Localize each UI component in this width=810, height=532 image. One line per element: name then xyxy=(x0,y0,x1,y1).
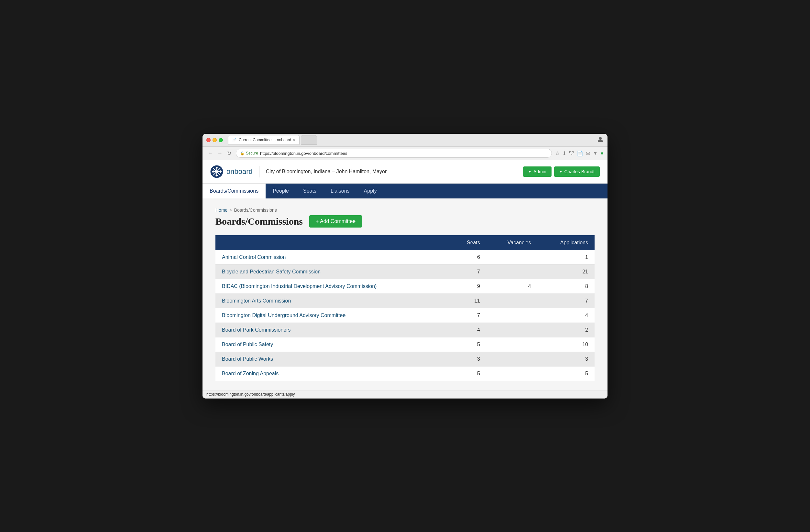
extension-icon-2[interactable]: 🛡 xyxy=(569,150,574,156)
star-icon[interactable]: ☆ xyxy=(555,150,560,156)
forward-button[interactable]: → xyxy=(216,150,224,157)
applications-cell: 1 xyxy=(537,250,595,265)
url-bar[interactable]: 🔒 Secure https://bloomington.in.gov/onbo… xyxy=(236,149,552,158)
site-nav: Boards/Commissions People Seats Liaisons… xyxy=(202,184,608,198)
seats-cell: 9 xyxy=(450,279,487,294)
status-bar: https://bloomington.in.gov/onboard/appli… xyxy=(202,390,608,399)
table-row[interactable]: Bicycle and Pedestrian Safety Commission… xyxy=(215,264,595,279)
seats-cell: 6 xyxy=(450,250,487,265)
tab-page-icon: 📄 xyxy=(232,138,237,142)
committee-name-cell: Board of Park Commissioners xyxy=(215,322,450,337)
extension-icon-6[interactable]: ● xyxy=(600,150,604,156)
committee-name-cell: Bloomington Digital Underground Advisory… xyxy=(215,308,450,322)
user-name-label: Charles Brandt xyxy=(565,169,595,174)
nav-people-label: People xyxy=(273,188,289,194)
table-row[interactable]: Board of Zoning Appeals55 xyxy=(215,366,595,381)
breadcrumb-home[interactable]: Home xyxy=(215,207,227,213)
nav-liaisons-label: Liaisons xyxy=(330,188,350,194)
traffic-lights xyxy=(206,138,223,142)
page-content: Home > Boards/Commissions Boards/Commiss… xyxy=(202,198,608,390)
committee-name-cell: Board of Public Works xyxy=(215,352,450,366)
nav-apply[interactable]: Apply xyxy=(357,184,384,198)
table-row[interactable]: Bloomington Arts Commission117 xyxy=(215,294,595,308)
back-button[interactable]: ← xyxy=(206,150,214,157)
table-row[interactable]: Board of Public Safety510 xyxy=(215,337,595,352)
applications-cell: 21 xyxy=(537,264,595,279)
vacancies-cell xyxy=(487,264,537,279)
extension-icon-1[interactable]: ⬇ xyxy=(562,150,566,156)
nav-buttons: ← → ↻ xyxy=(206,150,232,157)
header-divider xyxy=(259,166,259,178)
title-bar: 📄 Current Committees - onboard × xyxy=(202,134,608,147)
new-tab[interactable] xyxy=(301,135,317,145)
add-committee-button[interactable]: + Add Committee xyxy=(309,215,362,228)
extension-icon-5[interactable]: ▼ xyxy=(593,150,598,156)
vacancies-cell xyxy=(487,322,537,337)
minimize-button[interactable] xyxy=(212,138,217,142)
vacancies-cell: 4 xyxy=(487,279,537,294)
maximize-button[interactable] xyxy=(219,138,223,142)
vacancies-cell xyxy=(487,294,537,308)
committees-table: Seats Vacancies Applications Animal Cont… xyxy=(215,235,595,381)
nav-boards-commissions[interactable]: Boards/Commissions xyxy=(202,184,265,198)
seats-cell: 3 xyxy=(450,352,487,366)
logo-text: onboard xyxy=(226,167,253,176)
tab-close-button[interactable]: × xyxy=(293,138,295,142)
bookmark-icons: ☆ ⬇ 🛡 📄 ✉ ▼ ● xyxy=(555,150,604,156)
nav-people[interactable]: People xyxy=(265,184,296,198)
reload-button[interactable]: ↻ xyxy=(226,150,232,157)
table-row[interactable]: Animal Control Commission61 xyxy=(215,250,595,265)
committee-name-cell: Animal Control Commission xyxy=(215,250,450,265)
committee-name-cell: Board of Zoning Appeals xyxy=(215,366,450,381)
seats-cell: 5 xyxy=(450,366,487,381)
applications-cell: 7 xyxy=(537,294,595,308)
table-row[interactable]: Board of Public Works33 xyxy=(215,352,595,366)
address-bar: ← → ↻ 🔒 Secure https://bloomington.in.go… xyxy=(202,147,608,160)
nav-seats-label: Seats xyxy=(303,188,317,194)
table-row[interactable]: BIDAC (Bloomington Industrial Developmen… xyxy=(215,279,595,294)
applications-cell: 2 xyxy=(537,322,595,337)
table-row[interactable]: Bloomington Digital Underground Advisory… xyxy=(215,308,595,322)
header-actions: ▼ Admin ▼ Charles Brandt xyxy=(523,166,600,177)
close-button[interactable] xyxy=(206,138,211,142)
committee-name-cell: Bicycle and Pedestrian Safety Commission xyxy=(215,264,450,279)
applications-cell: 4 xyxy=(537,308,595,322)
status-url: https://bloomington.in.gov/onboard/appli… xyxy=(206,392,295,397)
seats-cell: 4 xyxy=(450,322,487,337)
committee-name-cell: Bloomington Arts Commission xyxy=(215,294,450,308)
seats-cell: 11 xyxy=(450,294,487,308)
logo-area: onboard xyxy=(210,165,253,178)
breadcrumb: Home > Boards/Commissions xyxy=(215,207,595,213)
committee-name-cell: Board of Public Safety xyxy=(215,337,450,352)
admin-button[interactable]: ▼ Admin xyxy=(523,166,552,177)
col-header-vacancies: Vacancies xyxy=(487,235,537,250)
admin-label: Admin xyxy=(533,169,546,174)
vacancies-cell xyxy=(487,337,537,352)
nav-apply-label: Apply xyxy=(364,188,377,194)
active-tab[interactable]: 📄 Current Committees - onboard × xyxy=(228,135,299,145)
seats-cell: 7 xyxy=(450,264,487,279)
table-row[interactable]: Board of Park Commissioners42 xyxy=(215,322,595,337)
nav-liaisons[interactable]: Liaisons xyxy=(323,184,357,198)
vacancies-cell xyxy=(487,352,537,366)
col-header-applications: Applications xyxy=(537,235,595,250)
extension-icon-3[interactable]: 📄 xyxy=(577,150,583,156)
breadcrumb-separator: > xyxy=(229,207,232,213)
seats-cell: 5 xyxy=(450,337,487,352)
secure-badge: 🔒 Secure xyxy=(240,151,258,155)
secure-label: Secure xyxy=(246,151,258,155)
extension-icon-4[interactable]: ✉ xyxy=(586,150,590,156)
admin-dropdown-arrow: ▼ xyxy=(528,170,532,173)
col-header-name xyxy=(215,235,450,250)
browser-user-icon[interactable] xyxy=(597,136,604,144)
nav-seats[interactable]: Seats xyxy=(296,184,323,198)
user-menu-button[interactable]: ▼ Charles Brandt xyxy=(554,166,600,177)
table-header-row: Seats Vacancies Applications xyxy=(215,235,595,250)
user-dropdown-arrow: ▼ xyxy=(559,170,563,173)
applications-cell: 3 xyxy=(537,352,595,366)
city-name: City of Bloomington, Indiana – John Hami… xyxy=(266,169,387,174)
vacancies-cell xyxy=(487,366,537,381)
page-title-row: Boards/Commissions + Add Committee xyxy=(215,215,595,228)
lock-icon: 🔒 xyxy=(240,151,245,155)
breadcrumb-current: Boards/Commissions xyxy=(234,207,277,213)
